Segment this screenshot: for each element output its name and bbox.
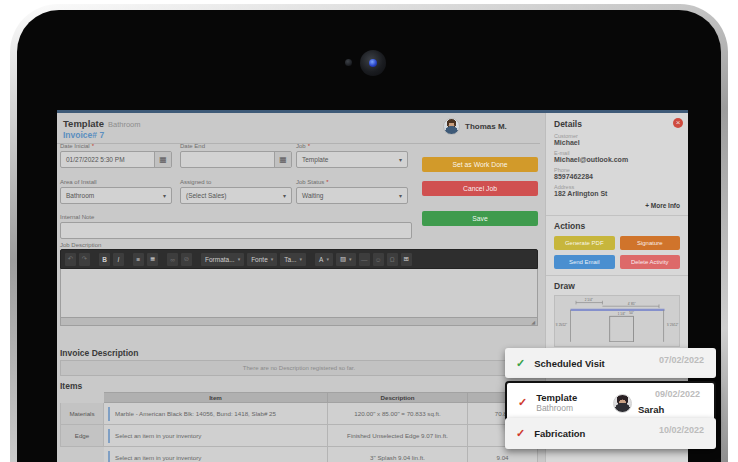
job-type-title: Template	[63, 118, 104, 129]
dim-label: 4' 85"	[628, 302, 636, 306]
details-title: Details	[554, 119, 680, 129]
size-dropdown[interactable]: Ta...▾	[280, 253, 306, 266]
item-qty-cell: 9.04	[468, 447, 538, 462]
detail-value: Michael	[554, 139, 680, 146]
format-dropdown[interactable]: Formata...▾	[201, 253, 244, 266]
label-text: Area of Install	[60, 179, 97, 185]
item-cell[interactable]: Marble - American Black Blk: 14056, Bund…	[104, 403, 328, 425]
set-as-work-done-button[interactable]: Set as Work Done	[422, 157, 538, 172]
chevron-down-icon: ▾	[271, 256, 274, 262]
item-cell[interactable]: Select an item in your inventory	[104, 425, 328, 447]
item-cell[interactable]: Select an item in your inventory	[104, 447, 328, 462]
signature-button[interactable]: Signature	[620, 236, 681, 250]
label-text: Date End	[180, 143, 205, 149]
close-icon[interactable]: ×	[673, 118, 683, 128]
field-label: Date End	[180, 143, 292, 149]
field-label: Job Status*	[296, 179, 408, 185]
callout-scheduled-visit[interactable]: ✓ Scheduled Visit 07/02/2022	[505, 348, 716, 378]
delete-activity-button[interactable]: Delete Activity	[620, 255, 681, 269]
job-description-label: Job Description	[60, 242, 101, 248]
chevron-down-icon: ▾	[399, 192, 407, 199]
special-character-icon[interactable]: Ω	[387, 253, 398, 266]
dim-label: 5' 25/12"	[556, 323, 567, 327]
field-label: Job*	[296, 143, 408, 149]
invoice-description-empty: There are no Description registered so f…	[60, 360, 538, 376]
label-text: Job	[296, 143, 306, 149]
page-title: TemplateBathroom	[63, 118, 141, 129]
save-button[interactable]: Save	[422, 211, 538, 226]
calendar-icon[interactable]: ▦	[274, 152, 291, 167]
ordered-list-icon[interactable]: ≣	[147, 253, 158, 266]
callout-date: 09/02/2022	[655, 389, 700, 399]
items-title: Items	[60, 381, 82, 391]
undo-icon[interactable]: ↶	[65, 253, 76, 266]
job-select[interactable]: Template ▾	[296, 151, 408, 168]
label-text: Job Status	[296, 179, 324, 185]
unlink-icon[interactable]: ⊘	[181, 253, 192, 266]
item-group-edge: Edge	[60, 425, 104, 447]
area-of-install-select[interactable]: Bathroom ▾	[60, 187, 172, 204]
callout-subtitle: Bathroom	[536, 403, 577, 413]
send-email-button[interactable]: Send Email	[554, 255, 615, 269]
chevron-down-icon: ▾	[163, 192, 171, 199]
dim-label: 2 1/4"	[585, 298, 593, 302]
internal-note-input[interactable]	[60, 222, 412, 239]
chevron-down-icon: ▾	[349, 256, 352, 262]
redo-icon[interactable]: ↷	[79, 253, 90, 266]
callout-person: Sarah	[638, 404, 664, 415]
emoji-icon[interactable]: ☺	[373, 253, 384, 266]
item-text: Marble - American Black Blk: 14056, Bund…	[115, 410, 276, 417]
select-value: Template	[297, 156, 399, 163]
countertop-drawing: 2 1/4" 4' 85" 50" 1 1/4" 5' 25/12" 5' 25…	[555, 296, 680, 342]
label-text: Date Inicial	[60, 143, 90, 149]
item-description-cell: 120.00" x 85.00" = 70.833 sq.ft.	[328, 403, 468, 425]
items-description-header: Description	[328, 392, 468, 403]
detail-value: 8597462284	[554, 173, 680, 180]
detail-email: E-mail Michael@outlook.com	[554, 150, 680, 163]
background-color-icon[interactable]: ▨▾	[336, 253, 356, 266]
item-accent-bar	[108, 429, 110, 443]
sarah-avatar	[613, 394, 632, 413]
fullscreen-icon[interactable]: ⊞	[401, 253, 412, 266]
more-info-text: More Info	[651, 202, 680, 209]
field-date-end: Date End ▦	[180, 143, 292, 168]
actions-buttons: Generate PDF Signature Send Email Delete…	[554, 236, 680, 269]
date-inicial-input[interactable]: 01/27/2022 5:30 PM ▦	[60, 151, 172, 168]
editor-body[interactable]	[60, 269, 538, 318]
select-value: (Select Sales)	[181, 192, 283, 199]
date-end-input[interactable]: ▦	[180, 151, 292, 168]
user-avatar	[443, 118, 460, 135]
callout-fabrication[interactable]: ✓ Fabrication 10/02/2022	[505, 418, 716, 449]
invoice-description-title: Invoice Description	[60, 348, 138, 358]
plus-icon: +	[645, 202, 649, 209]
job-status-select[interactable]: Waiting ▾	[296, 187, 408, 204]
draw-canvas[interactable]: 2 1/4" 4' 85" 50" 1 1/4" 5' 25/12" 5' 25…	[554, 295, 680, 347]
main-column: TemplateBathroom Invoice# 7 Thomas M. Da…	[57, 113, 540, 462]
color-letter: A	[319, 256, 323, 263]
panel-divider	[546, 275, 688, 276]
cancel-job-button[interactable]: Cancel Job	[422, 181, 538, 196]
item-text: Select an item in your inventory	[115, 454, 201, 461]
font-dropdown[interactable]: Fonte▾	[247, 253, 277, 266]
callout-title: Scheduled Visit	[534, 358, 605, 369]
italic-icon[interactable]: I	[113, 253, 124, 266]
horizontal-rule-icon[interactable]: —	[359, 253, 370, 266]
items-item-header: Item	[104, 392, 328, 403]
detail-value: Michael@outlook.com	[554, 156, 680, 163]
link-icon[interactable]: ∞	[167, 253, 178, 266]
generate-pdf-button[interactable]: Generate PDF	[554, 236, 615, 250]
bold-icon[interactable]: B	[99, 253, 110, 266]
assigned-to-select[interactable]: (Select Sales) ▾	[180, 187, 292, 204]
current-user[interactable]: Thomas M.	[443, 118, 507, 135]
font-color-icon[interactable]: A▾	[315, 253, 333, 266]
job-description-editor: ↶ ↷ B I ≡ ≣ ∞ ⊘ Formata...▾ Fonte▾ Ta...…	[60, 249, 538, 326]
calendar-icon[interactable]: ▦	[154, 152, 171, 167]
resize-handle-icon[interactable]: ◢	[531, 319, 535, 325]
detail-address: Address 182 Arlington St	[554, 184, 680, 197]
unordered-list-icon[interactable]: ≡	[133, 253, 144, 266]
dim-label: 1 1/4"	[618, 312, 626, 316]
dropdown-label: Formata...	[205, 256, 235, 263]
front-camera-icon	[360, 50, 386, 76]
dropdown-label: Ta...	[284, 256, 296, 263]
more-info-link[interactable]: + More Info	[554, 202, 680, 209]
